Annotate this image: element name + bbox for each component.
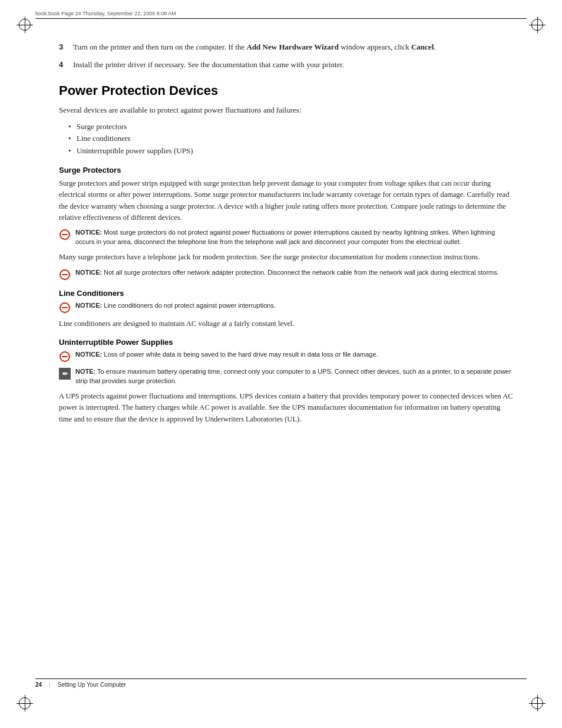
bullet-item-2: Line conditioners — [68, 133, 515, 145]
step-4-number: 4 — [59, 59, 73, 71]
notice-icon-4 — [59, 351, 71, 363]
footer-page-number: 24 — [35, 681, 42, 688]
surge-notice-2: NOTICE: Not all surge protectors offer n… — [59, 268, 515, 281]
page: book.book Page 24 Thursday, September 22… — [0, 0, 562, 728]
surge-protectors-heading: Surge Protectors — [59, 166, 515, 174]
ups-note-1-text: NOTE: To ensure maximum battery operatin… — [75, 367, 515, 386]
header-bar: book.book Page 24 Thursday, September 22… — [35, 11, 527, 19]
add-new-hardware-wizard-label: Add New Hardware Wizard — [247, 42, 339, 51]
notice-2-body: Not all surge protectors offer network a… — [104, 269, 499, 276]
surge-notice-2-text: NOTICE: Not all surge protectors offer n… — [75, 268, 499, 278]
reg-mark-br — [529, 695, 546, 711]
ups-notice-1: NOTICE: Loss of power while data is bein… — [59, 350, 515, 363]
main-content: 3 Turn on the printer and then turn on t… — [59, 41, 515, 669]
line-conditioners-heading: Line Conditioners — [59, 289, 515, 298]
notice-3-label: NOTICE: — [75, 302, 102, 309]
notice-3-body: Line conditioners do not protect against… — [104, 302, 276, 309]
ups-heading: Uninterruptible Power Supplies — [59, 338, 515, 347]
notice-4-body: Loss of power while data is being saved … — [104, 351, 378, 358]
line-conditioners-notice: NOTICE: Line conditioners do not protect… — [59, 301, 515, 314]
ups-note-1: ✏ NOTE: To ensure maximum battery operat… — [59, 367, 515, 386]
note-1-body: To ensure maximum battery operating time… — [75, 368, 511, 384]
step-3-text: Turn on the printer and then turn on the… — [73, 41, 515, 53]
header-text: book.book Page 24 Thursday, September 22… — [35, 11, 176, 17]
section-intro: Several devices are available to protect… — [59, 104, 515, 116]
reg-mark-tl — [16, 17, 33, 33]
ups-notice-1-text: NOTICE: Loss of power while data is bein… — [75, 350, 378, 360]
notice-icon-1 — [59, 229, 71, 241]
reg-mark-tr — [529, 17, 546, 33]
bullet-item-1: Surge protectors — [68, 121, 515, 133]
cancel-label: Cancel — [411, 42, 434, 51]
footer-separator: | — [49, 681, 51, 688]
surge-body-1: Surge protectors and power strips equipp… — [59, 178, 515, 224]
surge-body-2: Many surge protectors have a telephone j… — [59, 252, 515, 263]
line-conditioners-body: Line conditioners are designed to mainta… — [59, 318, 515, 330]
step-3-number: 3 — [59, 41, 73, 53]
step-4-text: Install the printer driver if necessary.… — [73, 59, 515, 71]
notice-1-body: Most surge protectors do not protect aga… — [75, 229, 495, 245]
step-3: 3 Turn on the printer and then turn on t… — [59, 41, 515, 53]
bullet-item-3: Uninterruptible power supplies (UPS) — [68, 145, 515, 157]
section-heading: Power Protection Devices — [59, 83, 515, 98]
notice-4-label: NOTICE: — [75, 351, 102, 358]
reg-mark-bl — [16, 695, 33, 711]
notice-icon-2 — [59, 269, 71, 281]
ups-body: A UPS protects against power fluctuation… — [59, 391, 515, 425]
notice-1-label: NOTICE: — [75, 229, 102, 236]
note-1-label: NOTE: — [75, 368, 95, 375]
footer-title: Setting Up Your Computer — [58, 681, 126, 688]
note-icon-1: ✏ — [59, 368, 71, 380]
notice-2-label: NOTICE: — [75, 269, 102, 276]
surge-notice-1-text: NOTICE: Most surge protectors do not pro… — [75, 228, 515, 247]
step-4: 4 Install the printer driver if necessar… — [59, 59, 515, 71]
footer-bar: 24 | Setting Up Your Computer — [35, 678, 527, 688]
bullet-list: Surge protectors Line conditioners Unint… — [68, 121, 515, 157]
notice-icon-3 — [59, 302, 71, 314]
line-conditioners-notice-text: NOTICE: Line conditioners do not protect… — [75, 301, 276, 311]
surge-notice-1: NOTICE: Most surge protectors do not pro… — [59, 228, 515, 247]
